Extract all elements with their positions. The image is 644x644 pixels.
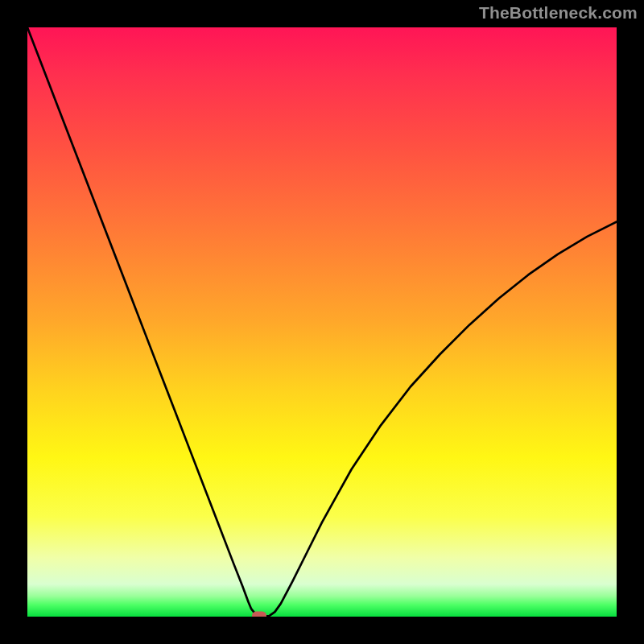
current-point-marker [252, 612, 266, 617]
curve-layer [27, 27, 617, 617]
plot-area [27, 27, 617, 617]
watermark-text: TheBottleneck.com [479, 3, 638, 23]
bottleneck-curve [27, 27, 617, 616]
chart-frame: TheBottleneck.com [0, 0, 644, 644]
